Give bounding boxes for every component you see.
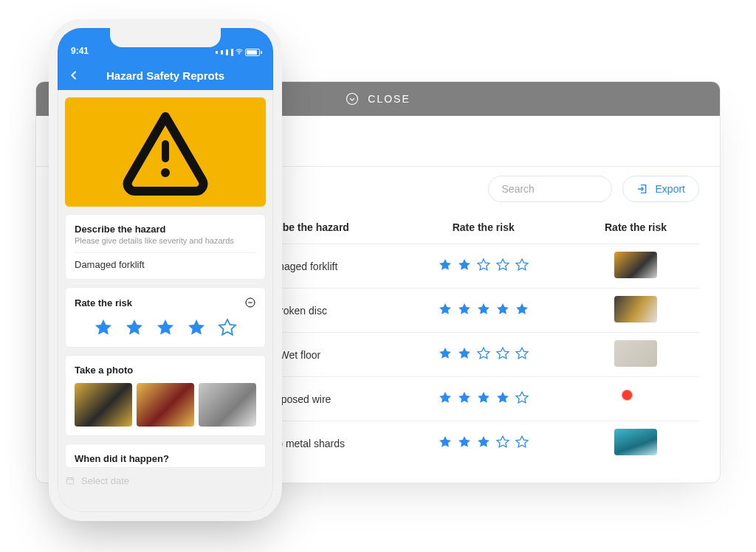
star-icon[interactable]: [495, 346, 510, 361]
star-icon[interactable]: [438, 346, 453, 361]
date-placeholder: Select date: [81, 475, 129, 486]
star-icon[interactable]: [186, 317, 207, 338]
photo-card: Take a photo: [65, 355, 266, 436]
export-button[interactable]: Export: [622, 176, 699, 202]
rating-stars[interactable]: [93, 317, 238, 338]
search-input[interactable]: [502, 183, 631, 195]
cell-risk: [394, 377, 572, 421]
star-icon[interactable]: [476, 435, 491, 449]
star-icon[interactable]: [515, 435, 529, 449]
close-label: CLOSE: [368, 93, 410, 105]
row-thumbnail[interactable]: [614, 340, 657, 367]
date-input[interactable]: Select date: [65, 475, 273, 486]
star-icon[interactable]: [515, 346, 529, 361]
star-icon[interactable]: [476, 346, 491, 361]
describe-sub: Please give details like severity and ha…: [75, 236, 256, 245]
cell-risk: [394, 289, 572, 333]
status-clock: 9:41: [71, 46, 89, 56]
star-icon[interactable]: [476, 258, 491, 272]
star-icon[interactable]: [457, 346, 472, 361]
row-thumbnail[interactable]: [614, 384, 657, 411]
cell-image: [572, 377, 699, 421]
wifi-icon: [233, 47, 245, 56]
export-icon: [636, 183, 648, 195]
photo-thumbnail[interactable]: [199, 383, 256, 427]
star-icon[interactable]: [495, 258, 510, 272]
search-field[interactable]: [488, 176, 612, 202]
phone-nav: Hazard Safety Reprots: [58, 61, 273, 90]
row-thumbnail[interactable]: [614, 429, 657, 455]
row-thumbnail[interactable]: [614, 296, 657, 322]
star-icon[interactable]: [495, 435, 510, 449]
minus-circle-icon[interactable]: [244, 297, 256, 308]
cell-image: [572, 244, 699, 289]
row-thumbnail[interactable]: [614, 252, 657, 278]
star-icon[interactable]: [217, 317, 238, 338]
star-icon[interactable]: [438, 435, 453, 449]
star-icon[interactable]: [457, 435, 472, 449]
describe-input[interactable]: Damaged forklift: [75, 252, 256, 270]
star-icon[interactable]: [515, 302, 529, 317]
warning-banner: [65, 97, 266, 207]
star-icon[interactable]: [438, 258, 453, 272]
photo-thumbnail[interactable]: [137, 383, 194, 427]
rate-heading: Rate the risk: [75, 297, 132, 308]
star-icon[interactable]: [515, 390, 529, 405]
cell-image: [572, 289, 699, 333]
star-icon[interactable]: [124, 317, 145, 338]
star-icon[interactable]: [495, 302, 510, 317]
rate-card: Rate the risk: [65, 287, 266, 348]
back-icon[interactable]: [68, 69, 80, 81]
star-icon[interactable]: [515, 258, 529, 272]
photo-heading: Take a photo: [75, 365, 256, 376]
photo-thumbnail[interactable]: [75, 383, 132, 427]
export-label: Export: [656, 183, 685, 195]
star-icon[interactable]: [457, 258, 472, 272]
cell-image: [572, 333, 699, 377]
cell-risk: [394, 244, 572, 289]
star-icon[interactable]: [457, 390, 472, 405]
when-card: When did it happen?: [65, 444, 266, 468]
star-icon[interactable]: [93, 317, 114, 338]
warning-triangle-icon: [121, 108, 210, 196]
col-image: Rate the risk: [572, 217, 699, 244]
battery-icon: [245, 49, 260, 56]
star-icon[interactable]: [476, 390, 491, 405]
star-icon[interactable]: [438, 302, 453, 317]
describe-card: Describe the hazard Please give details …: [65, 214, 266, 280]
star-icon[interactable]: [457, 302, 472, 317]
describe-heading: Describe the hazard: [75, 224, 256, 235]
circle-chevron-down-icon: [346, 92, 359, 106]
when-heading: When did it happen?: [75, 453, 256, 464]
phone-title: Hazard Safety Reprots: [58, 69, 273, 82]
signal-icon: [216, 49, 233, 56]
cell-risk: [394, 421, 572, 466]
col-risk: Rate the risk: [394, 217, 572, 244]
cell-image: [572, 421, 699, 466]
star-icon[interactable]: [155, 317, 176, 338]
phone-notch: [110, 28, 221, 47]
cell-risk: [394, 333, 572, 377]
star-icon[interactable]: [438, 390, 453, 405]
calendar-icon: [65, 475, 75, 486]
star-icon[interactable]: [495, 390, 510, 405]
phone-mock: 9:41 Hazard Safety Reprots Describe the …: [49, 19, 282, 521]
star-icon[interactable]: [476, 302, 491, 317]
